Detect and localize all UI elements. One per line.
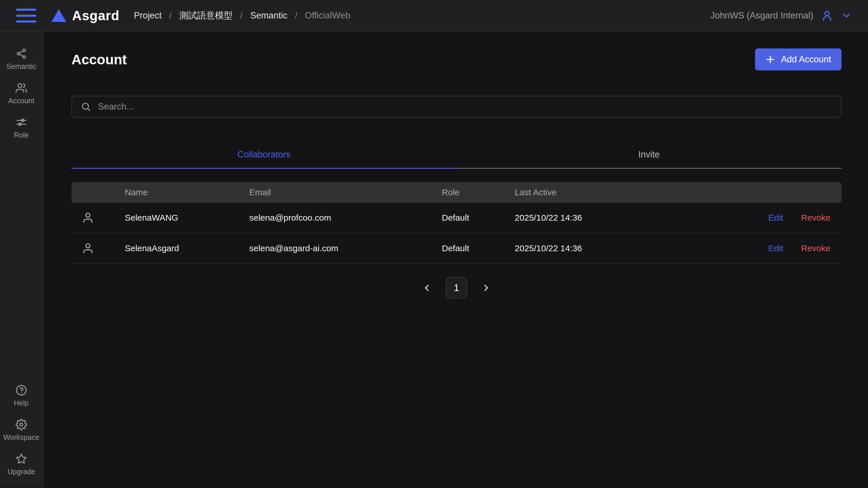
app-logo[interactable]: Asgard — [51, 8, 119, 23]
help-circle-icon — [16, 384, 27, 396]
tab-bar: Collaborators Invite — [71, 144, 841, 169]
menu-icon[interactable] — [16, 9, 36, 23]
pagination: 1 — [71, 277, 841, 298]
gear-icon — [16, 419, 27, 430]
header-role: Role — [442, 188, 515, 197]
person-icon — [82, 212, 94, 224]
header-name: Name — [125, 188, 249, 197]
sidebar-item-upgrade[interactable]: Upgrade — [0, 450, 43, 479]
sidebar-item-help[interactable]: Help — [0, 381, 43, 411]
sliders-icon — [16, 117, 27, 128]
breadcrumb-separator: / — [295, 10, 298, 21]
next-page-icon[interactable] — [481, 283, 491, 293]
logo-triangle-icon — [51, 9, 66, 22]
main-content: Account Add Account Collaborators Invite… — [43, 32, 868, 487]
avatar-cell — [71, 212, 125, 224]
cell-name: SelenaWANG — [125, 213, 249, 223]
user-avatar-icon[interactable] — [821, 9, 833, 22]
sidebar-item-label: Role — [14, 131, 29, 139]
revoke-link[interactable]: Revoke — [801, 213, 831, 223]
breadcrumb-model[interactable]: 測試語意模型 — [179, 9, 233, 22]
table-row: SelenaWANG selena@profcoo.com Default 20… — [71, 203, 841, 233]
tab-collaborators[interactable]: Collaborators — [71, 144, 457, 169]
logo-text: Asgard — [72, 8, 119, 23]
row-actions: Edit Revoke — [768, 243, 841, 253]
cell-role: Default — [442, 213, 515, 223]
semantic-graph-icon — [16, 48, 27, 59]
sidebar-item-workspace[interactable]: Workspace — [0, 415, 43, 445]
breadcrumb-semantic[interactable]: Semantic — [250, 10, 287, 21]
revoke-link[interactable]: Revoke — [801, 243, 831, 253]
sidebar-item-label: Account — [8, 96, 34, 105]
search-input[interactable] — [98, 102, 832, 112]
sidebar: Semantic Account Role Help — [0, 32, 43, 487]
row-actions: Edit Revoke — [768, 213, 841, 223]
sidebar-item-role[interactable]: Role — [0, 113, 43, 143]
person-icon — [82, 242, 94, 254]
plus-icon — [766, 55, 775, 64]
star-icon — [16, 453, 27, 465]
prev-page-icon[interactable] — [422, 283, 432, 293]
add-account-label: Add Account — [781, 54, 831, 65]
sidebar-item-label: Semantic — [6, 62, 36, 71]
chevron-down-icon[interactable] — [841, 10, 852, 21]
search-icon — [81, 102, 91, 112]
breadcrumb: Project / 測試語意模型 / Semantic / OfficialWe… — [134, 9, 350, 22]
user-name-label: JohnWS (Asgard Internal) — [710, 10, 813, 21]
cell-email: selena@profcoo.com — [249, 213, 442, 223]
users-icon — [16, 82, 27, 94]
breadcrumb-separator: / — [240, 10, 243, 21]
cell-name: SelenaAsgard — [125, 243, 249, 253]
cell-last-active: 2025/10/22 14:36 — [515, 243, 768, 253]
tab-invite[interactable]: Invite — [457, 144, 841, 169]
cell-last-active: 2025/10/22 14:36 — [515, 213, 768, 223]
table-header-row: Name Email Role Last Active — [71, 182, 841, 203]
top-bar: Asgard Project / 測試語意模型 / Semantic / Off… — [0, 0, 868, 32]
avatar-cell — [71, 242, 125, 254]
sidebar-item-label: Upgrade — [7, 467, 35, 476]
cell-email: selena@asgard-ai.com — [249, 243, 442, 253]
sidebar-item-semantic[interactable]: Semantic — [0, 45, 43, 74]
breadcrumb-separator: / — [169, 10, 172, 21]
page-title: Account — [71, 52, 127, 67]
table-row: SelenaAsgard selena@asgard-ai.com Defaul… — [71, 233, 841, 264]
edit-link[interactable]: Edit — [768, 213, 783, 223]
sidebar-item-label: Help — [14, 399, 29, 407]
breadcrumb-current: OfficialWeb — [305, 10, 350, 21]
search-bar — [71, 96, 841, 118]
collaborators-table: Name Email Role Last Active SelenaWANG s… — [71, 182, 841, 264]
breadcrumb-project[interactable]: Project — [134, 10, 161, 21]
sidebar-item-account[interactable]: Account — [0, 79, 43, 109]
page-number-button[interactable]: 1 — [446, 277, 467, 298]
header-last-active: Last Active — [515, 188, 768, 197]
top-bar-right: JohnWS (Asgard Internal) — [710, 9, 852, 22]
add-account-button[interactable]: Add Account — [755, 49, 841, 70]
sidebar-item-label: Workspace — [3, 433, 39, 441]
cell-role: Default — [442, 243, 515, 253]
edit-link[interactable]: Edit — [768, 243, 783, 253]
header-email: Email — [249, 188, 442, 197]
